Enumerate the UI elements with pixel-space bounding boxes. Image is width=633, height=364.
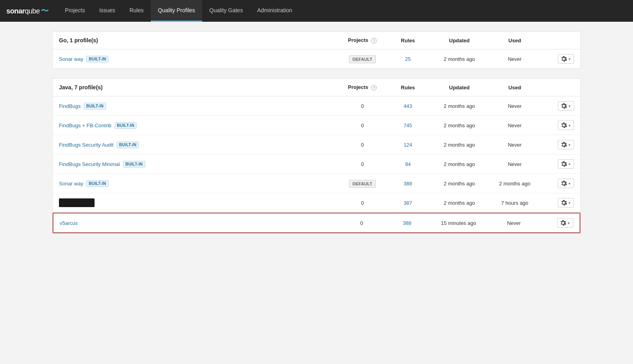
table-row: Sonar way BUILT-IN DEFAULT 388 2 months … xyxy=(53,174,580,193)
gear-icon xyxy=(561,123,567,128)
rules-findbugs-sa: 124 xyxy=(388,142,428,148)
used-sonarway-java: 2 months ago xyxy=(491,181,538,187)
actions-v5arcus: ▾ xyxy=(538,218,573,228)
actions-findbugs-sa: ▾ xyxy=(538,140,574,149)
used-findbugs-sa: Never xyxy=(491,142,538,148)
rules-link-findbugs-sa[interactable]: 124 xyxy=(404,142,412,148)
used-findbugs-fb: Never xyxy=(491,123,538,128)
col-header-updated-java: Updated xyxy=(428,85,491,91)
projects-findbugs: 0 xyxy=(337,103,388,109)
profile-name-findbugs-sm: FindBugs Security Minimal BUILT-IN xyxy=(59,161,337,168)
gear-button-findbugs-fb[interactable]: ▾ xyxy=(558,121,574,130)
profile-name-sonarway-go: Sonar way BUILT-IN xyxy=(59,56,337,62)
rules-link-findbugs-fb[interactable]: 745 xyxy=(404,123,412,128)
rules-findbugs-sm: 94 xyxy=(388,161,428,167)
builtin-badge: BUILT-IN xyxy=(123,161,145,168)
builtin-badge: BUILT-IN xyxy=(86,56,108,62)
main-nav: sonarqube〜 Projects Issues Rules Quality… xyxy=(0,0,633,22)
projects-sonarway-java: DEFAULT xyxy=(337,181,388,187)
table-row: FindBugs BUILT-IN 0 443 2 months ago Nev… xyxy=(53,96,580,116)
rules-link-v5arcus[interactable]: 388 xyxy=(403,220,411,226)
col-header-rules-go: Rules xyxy=(388,38,428,43)
gear-icon xyxy=(561,142,567,147)
rules-link-findbugs[interactable]: 443 xyxy=(404,103,412,109)
col-header-projects-go: Projects ? xyxy=(337,37,388,43)
nav-projects[interactable]: Projects xyxy=(58,0,92,22)
updated-value-sonarway-go: 2 months ago xyxy=(428,56,491,62)
nav-rules[interactable]: Rules xyxy=(122,0,151,22)
gear-button-findbugs-sm[interactable]: ▾ xyxy=(558,159,574,169)
profile-link-findbugs-fb[interactable]: FindBugs + FB-Contrib xyxy=(59,123,112,128)
go-section: Go, 1 profile(s) Projects ? Rules Update… xyxy=(52,31,581,69)
rules-link-sonarway-java[interactable]: 388 xyxy=(404,181,412,187)
updated-findbugs-fb: 2 months ago xyxy=(428,123,491,128)
rules-sonarway-java: 388 xyxy=(388,181,428,187)
col-header-used-java: Used xyxy=(491,85,538,91)
projects-value-sonarway-go: DEFAULT xyxy=(337,56,388,62)
projects-findbugs-sa: 0 xyxy=(337,142,388,148)
nav-administration[interactable]: Administration xyxy=(250,0,299,22)
profile-name-findbugs: FindBugs BUILT-IN xyxy=(59,103,337,109)
rules-link-findbugs-sm[interactable]: 94 xyxy=(405,161,411,167)
gear-button-findbugs[interactable]: ▾ xyxy=(558,101,574,111)
builtin-badge: BUILT-IN xyxy=(84,103,106,109)
used-redacted: 7 hours ago xyxy=(491,200,538,206)
gear-button-sonarway-go[interactable]: ▾ xyxy=(558,54,574,64)
projects-v5arcus: 0 xyxy=(336,220,387,226)
profile-name-v5arcus: v5arcus xyxy=(60,220,336,226)
table-row: FindBugs Security Minimal BUILT-IN 0 94 … xyxy=(53,155,580,174)
dropdown-caret: ▾ xyxy=(569,104,570,108)
nav-quality-profiles[interactable]: Quality Profiles xyxy=(151,0,202,22)
profile-link-findbugs-sm[interactable]: FindBugs Security Minimal xyxy=(59,161,120,167)
rules-findbugs: 443 xyxy=(388,103,428,109)
builtin-badge: BUILT-IN xyxy=(115,122,137,129)
profile-link-findbugs-sa[interactable]: FindBugs Security Audit xyxy=(59,142,114,148)
table-row: FindBugs + FB-Contrib BUILT-IN 0 745 2 m… xyxy=(53,116,580,135)
rules-link-redacted[interactable]: 387 xyxy=(404,200,412,206)
table-row: FindBugs Security Audit BUILT-IN 0 124 2… xyxy=(53,135,580,155)
gear-button-v5arcus[interactable]: ▾ xyxy=(557,218,573,228)
actions-findbugs: ▾ xyxy=(538,101,574,111)
table-row: 0 387 2 months ago 7 hours ago ▾ xyxy=(53,193,580,213)
rules-link-sonarway-go[interactable]: 25 xyxy=(405,56,411,62)
dropdown-caret: ▾ xyxy=(569,162,570,166)
projects-help-icon-java[interactable]: ? xyxy=(371,85,377,91)
profile-link-findbugs[interactable]: FindBugs xyxy=(59,103,81,109)
gear-button-redacted[interactable]: ▾ xyxy=(558,198,574,207)
java-section-header: Java, 7 profile(s) Projects ? Rules Upda… xyxy=(53,79,580,96)
profile-link-sonarway-java[interactable]: Sonar way xyxy=(59,181,83,187)
updated-v5arcus: 15 minutes ago xyxy=(427,220,490,226)
col-header-rules-java: Rules xyxy=(388,85,428,91)
nav-issues[interactable]: Issues xyxy=(92,0,122,22)
profile-name-findbugs-sa: FindBugs Security Audit BUILT-IN xyxy=(59,141,337,148)
gear-button-sonarway-java[interactable]: ▾ xyxy=(558,179,574,188)
updated-redacted: 2 months ago xyxy=(428,200,491,206)
used-findbugs-sm: Never xyxy=(491,161,538,167)
logo[interactable]: sonarqube〜 xyxy=(6,6,48,16)
projects-redacted: 0 xyxy=(337,200,388,206)
dropdown-caret: ▾ xyxy=(569,143,570,147)
col-header-projects-java: Projects ? xyxy=(337,84,388,91)
gear-button-findbugs-sa[interactable]: ▾ xyxy=(558,140,574,149)
rules-value-sonarway-go: 25 xyxy=(388,56,428,62)
used-v5arcus: Never xyxy=(490,220,538,226)
main-content: Go, 1 profile(s) Projects ? Rules Update… xyxy=(40,22,593,253)
col-header-updated-go: Updated xyxy=(428,38,491,43)
builtin-badge: BUILT-IN xyxy=(86,180,108,187)
projects-help-icon[interactable]: ? xyxy=(371,38,377,43)
profile-link-v5arcus[interactable]: v5arcus xyxy=(60,220,78,226)
rules-findbugs-fb: 745 xyxy=(388,123,428,128)
gear-icon xyxy=(561,103,567,109)
projects-findbugs-sm: 0 xyxy=(337,161,388,167)
actions-sonarway-go: ▾ xyxy=(538,54,574,64)
actions-sonarway-java: ▾ xyxy=(538,179,574,188)
gear-icon xyxy=(561,161,567,167)
java-section-title: Java, 7 profile(s) xyxy=(59,84,337,91)
profile-name-redacted xyxy=(59,198,337,207)
projects-findbugs-fb: 0 xyxy=(337,123,388,128)
nav-quality-gates[interactable]: Quality Gates xyxy=(202,0,250,22)
profile-link-sonarway-go[interactable]: Sonar way xyxy=(59,56,83,62)
rules-v5arcus: 388 xyxy=(387,220,427,226)
actions-findbugs-fb: ▾ xyxy=(538,121,574,130)
nav-items: Projects Issues Rules Quality Profiles Q… xyxy=(58,0,299,22)
